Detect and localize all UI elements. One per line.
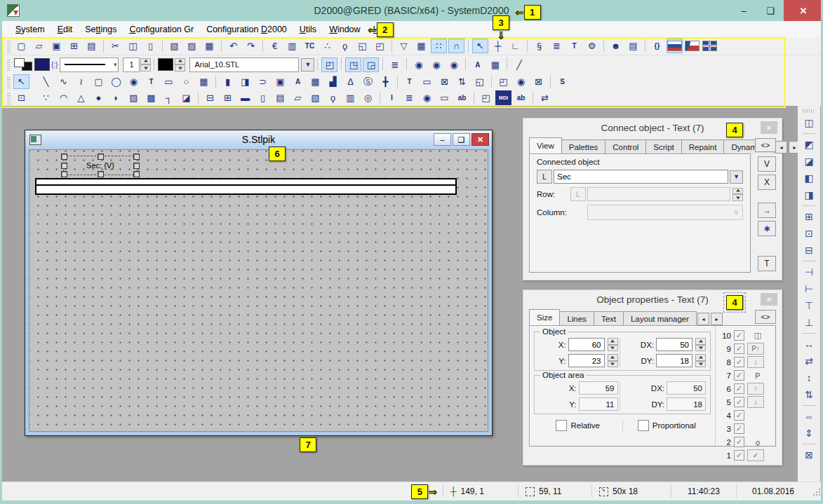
palette-display-button[interactable]: ◉ [410,57,427,72]
ctl-spin-button[interactable]: ⇅ [454,74,470,89]
obj-table-button[interactable]: ▦ [307,74,323,89]
dy-input[interactable] [656,354,692,367]
layer-10-checkbox[interactable] [734,330,744,341]
select-tool-button[interactable]: ↖ [13,74,29,89]
connect-panel-close-button[interactable]: ✕ [761,121,777,134]
pattern-editor-button[interactable]: ▦ [487,57,503,72]
ctl-label-button[interactable]: ab [454,90,470,105]
menu-item-utils[interactable]: Utils [293,22,323,36]
distribute-v-button[interactable]: ⇅ [801,387,817,402]
win-mdi-button[interactable]: MDI [495,90,511,105]
picture-minimize-button[interactable]: – [434,133,451,146]
draw-corner-button[interactable]: ┐ [161,90,177,105]
same-width-button[interactable]: ↔ [801,336,817,352]
fg-bg-color-swatch[interactable] [14,58,32,71]
maximize-button[interactable]: ❑ [757,0,784,21]
palette-b-button[interactable]: ◉ [428,57,444,72]
text-color-swatch[interactable] [158,58,173,71]
tab-palettes[interactable]: Palettes [561,139,606,154]
draw-point-line-button[interactable]: ∵ [38,90,54,105]
layer-9-checkbox[interactable] [734,343,744,354]
selection-handle[interactable] [98,154,104,160]
distribute-h-button[interactable]: ⇄ [801,353,817,369]
tab-control[interactable]: Control [605,139,646,154]
draw-ellipse-frame-button[interactable]: ○ [178,74,194,89]
properties-code-button[interactable]: <> [755,310,776,324]
close-button[interactable]: ✕ [784,0,823,21]
schema-settings-button[interactable]: ◲ [363,57,379,72]
time-channel-button[interactable]: TC [302,39,318,53]
page-new-button[interactable]: ▧ [166,39,182,53]
draw-line-button[interactable]: ╲ [38,74,54,89]
draw-text-button[interactable]: T [143,74,159,89]
tab-script[interactable]: Script [645,139,681,154]
obj-slider-button[interactable]: ▥ [342,90,359,105]
ctl-entry-field-button[interactable]: T [401,74,417,89]
obj-bar-button[interactable]: ▬ [237,90,253,105]
layer-zoom-icon[interactable]: ϙ [747,438,768,447]
fit-box-button[interactable]: ⊠ [801,447,817,463]
obj-image-button[interactable]: ▧ [307,90,323,105]
menu-item-edit[interactable]: Edit [51,22,79,36]
selection-handle[interactable] [133,163,140,169]
text-color-stepper[interactable] [175,58,185,71]
ungroup-button[interactable]: ⊟ [801,243,817,258]
tabs-scroll-left-button[interactable]: ◂ [775,141,787,154]
resize-grip[interactable] [811,486,821,496]
same-height-button[interactable]: ↕ [801,370,817,386]
select-mode-button[interactable]: ↖ [472,39,488,53]
duplicate-button[interactable]: ◫ [801,115,817,130]
tile-windows-button[interactable]: ◰ [372,39,388,53]
picture-settings-button[interactable]: ◰ [321,57,337,72]
edit-points-button[interactable]: ⊡ [801,226,817,241]
swap-arrows-button[interactable]: ⇄ [537,90,553,105]
reference-book-button[interactable]: ▤ [625,39,641,53]
draw-line-tool-button[interactable]: ╱ [511,57,527,72]
layer-1-checkbox[interactable] [734,450,744,461]
layer-up-icon[interactable]: ↑ [747,383,764,395]
connect-star-button[interactable]: ∗ [758,221,776,236]
selection-handle[interactable] [98,171,104,177]
ctl-ruler-button[interactable]: I [384,90,400,105]
relative-checkbox[interactable] [556,420,567,431]
obj-active-picture-button[interactable]: ▣ [272,74,288,89]
obj-zoom-button[interactable]: ϙ [325,90,341,105]
text-frame-button[interactable]: T [566,39,582,53]
group-button[interactable]: ⊞ [801,209,817,224]
line-styles-button[interactable]: ≣ [387,57,403,72]
table-grid-button[interactable]: ▦ [413,39,429,53]
cascade-windows-button[interactable]: ◱ [354,39,370,53]
page-paste-button[interactable]: ▦ [201,39,218,53]
obj-door-button[interactable]: ▯ [255,90,271,105]
graph-settings-button[interactable]: ◳ [345,57,361,72]
ctl-tab-page-button[interactable]: ◱ [471,74,488,89]
print-button[interactable]: ▤ [83,39,100,53]
picture-window-titlebar[interactable]: S.Stlpik – ❑ ✕ [25,130,492,149]
increment-s-button[interactable]: S [554,74,570,89]
connect-code-button[interactable]: <> [755,138,776,152]
select-area-button[interactable]: ⊡ [13,90,29,105]
tabs-scroll-right-button[interactable]: ▸ [711,313,723,325]
font-style-button[interactable]: A [469,57,486,72]
dot-grid-button[interactable]: ∷ [431,39,447,53]
layer-8-checkbox[interactable] [734,357,744,367]
connected-object-dropdown[interactable]: ▼ [730,170,743,184]
layer-3-checkbox[interactable] [734,423,744,434]
ctl-checkbox-button[interactable]: ⊠ [436,74,453,89]
align-bottom-button[interactable]: ⊥ [801,315,817,330]
obj-windrose-button[interactable]: ╋ [377,74,394,89]
flag-english-button[interactable] [702,39,718,53]
obj-percent-rows-button[interactable]: ⊟ [202,90,218,105]
connect-v-button[interactable]: V [758,156,776,172]
save-as-button[interactable]: ⊞ [66,39,82,53]
menu-item-system[interactable]: System [9,22,51,36]
corner-guides-button[interactable]: ∟ [507,39,523,53]
send-backward-button[interactable]: ◨ [801,187,817,203]
line-style-combo[interactable]: ▾ [60,57,119,72]
font-dropdown-button[interactable]: ▼ [301,58,314,71]
proportional-checkbox[interactable] [638,420,649,431]
braces-button[interactable]: {} [649,39,665,53]
dx-stepper[interactable] [695,338,706,351]
win-ab-button[interactable]: ab [513,90,529,105]
tab-text[interactable]: Text [594,311,624,325]
